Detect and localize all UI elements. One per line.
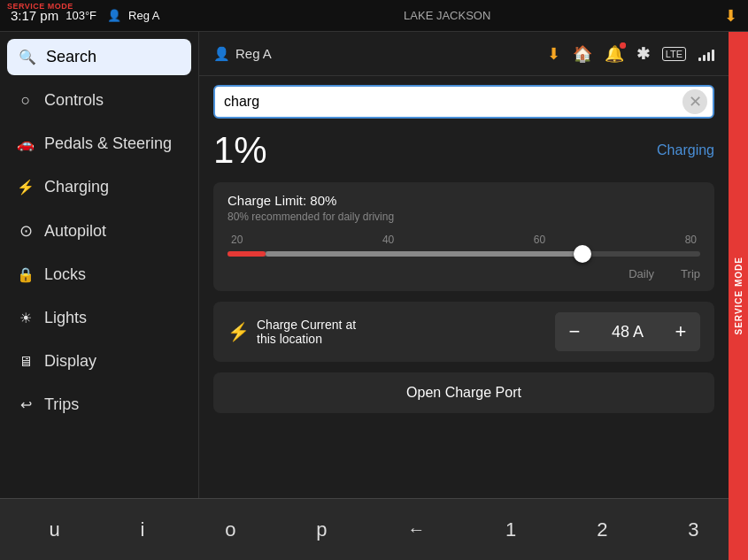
sidebar-item-autopilot[interactable]: ⊙ Autopilot	[0, 209, 198, 253]
header-icons: ⬇ 🏠 🔔 ✱ LTE	[547, 44, 714, 64]
slider-label-40: 40	[382, 234, 394, 246]
charge-limit-box: Charge Limit: 80% 80% recommended for da…	[213, 182, 714, 291]
status-bar: SERVICE MODE 3:17 pm 103°F 👤 Reg A LAKE …	[0, 0, 748, 32]
search-clear-button[interactable]: ✕	[682, 89, 707, 114]
header-bell-icon: 🔔	[605, 44, 624, 64]
sidebar-label-display: Display	[44, 352, 96, 371]
main-layout: 🔍 Search ○ Controls 🚗 Pedals & Steering …	[0, 32, 748, 498]
key-3[interactable]: 3	[677, 511, 709, 548]
charge-current-label: ⚡ Charge Current atthis location	[227, 318, 356, 346]
search-input-wrapper[interactable]: ✕	[213, 85, 714, 119]
right-panel: 👤 Reg A ⬇ 🏠 🔔 ✱ LTE ✕	[199, 32, 748, 498]
slider-fill-red	[227, 251, 266, 257]
charge-current-box: ⚡ Charge Current atthis location − 48 A …	[213, 302, 714, 362]
slider-label-80: 80	[685, 234, 697, 246]
service-mode-label: SERVICE MODE	[7, 2, 73, 11]
sidebar-item-trips[interactable]: ↩ Trips	[0, 383, 198, 426]
charge-limit-title: Charge Limit: 80%	[227, 193, 700, 208]
charge-increase-button[interactable]: +	[661, 312, 700, 351]
panel-user-name: Reg A	[235, 46, 272, 61]
preset-daily[interactable]: Daily	[628, 267, 654, 280]
preset-trip[interactable]: Trip	[681, 267, 700, 280]
charge-current-value: 48 A	[594, 323, 661, 341]
keyboard-row: u i o p ← 1 2 3	[0, 498, 748, 560]
sidebar-item-controls[interactable]: ○ Controls	[0, 79, 198, 122]
lte-badge: LTE	[662, 47, 686, 61]
key-2[interactable]: 2	[586, 511, 618, 548]
charging-icon: ⚡	[16, 179, 35, 196]
sidebar-label-locks: Locks	[44, 265, 86, 284]
sidebar-label-lights: Lights	[44, 309, 87, 327]
header-bluetooth-icon: ✱	[636, 44, 650, 64]
sidebar: 🔍 Search ○ Controls 🚗 Pedals & Steering …	[0, 32, 199, 498]
sidebar-item-search[interactable]: 🔍 Search	[7, 39, 191, 75]
temperature-display: 103°F	[66, 9, 96, 22]
sidebar-item-display[interactable]: 🖥 Display	[0, 340, 198, 383]
charge-header: 1% Charging	[213, 129, 714, 172]
charge-current-text: Charge Current atthis location	[257, 318, 356, 346]
slider-labels: 20 40 60 80	[227, 234, 700, 246]
location-display: LAKE JACKSON	[170, 9, 724, 22]
panel-user-icon: 👤	[213, 46, 230, 62]
search-icon: 🔍	[18, 49, 37, 65]
sidebar-label-trips: Trips	[44, 395, 79, 414]
user-display: Reg A	[128, 9, 159, 22]
sidebar-label-search: Search	[46, 48, 96, 66]
lights-icon: ☀	[16, 310, 35, 326]
key-1[interactable]: 1	[495, 511, 527, 548]
open-charge-port-button[interactable]: Open Charge Port	[213, 372, 714, 413]
service-mode-side-text: SERVICE MODE	[734, 257, 744, 335]
sidebar-label-controls: Controls	[44, 91, 104, 110]
sidebar-label-autopilot: Autopilot	[44, 222, 106, 241]
signal-bars	[698, 47, 714, 61]
key-u[interactable]: u	[38, 511, 70, 548]
status-download-icon: ⬇	[724, 6, 737, 26]
header-download-icon: ⬇	[547, 44, 560, 64]
panel-user-info: 👤 Reg A	[213, 46, 272, 62]
pedals-icon: 🚗	[16, 135, 35, 152]
slider-presets: Daily Trip	[227, 267, 700, 280]
sidebar-item-lights[interactable]: ☀ Lights	[0, 296, 198, 340]
sidebar-item-pedals[interactable]: 🚗 Pedals & Steering	[0, 122, 198, 165]
search-area: ✕	[199, 76, 729, 126]
sidebar-label-pedals: Pedals & Steering	[44, 134, 172, 153]
charge-current-control: − 48 A +	[555, 312, 700, 351]
slider-label-20: 20	[231, 234, 243, 246]
charge-percent: 1%	[213, 129, 267, 172]
charge-limit-subtitle: 80% recommended for daily driving	[227, 211, 700, 223]
key-p[interactable]: p	[305, 511, 337, 548]
trips-icon: ↩	[16, 396, 35, 413]
charge-decrease-button[interactable]: −	[555, 312, 594, 351]
slider-label-60: 60	[534, 234, 545, 246]
key-o[interactable]: o	[214, 511, 246, 548]
service-mode-side-bar: SERVICE MODE	[729, 32, 748, 560]
sidebar-item-charging[interactable]: ⚡ Charging	[0, 165, 198, 209]
autopilot-icon: ⊙	[16, 221, 35, 241]
sidebar-label-charging: Charging	[44, 178, 109, 196]
plug-icon: ⚡	[227, 321, 250, 342]
charge-slider[interactable]	[227, 251, 700, 257]
key-i[interactable]: i	[129, 511, 155, 548]
header-home-icon: 🏠	[573, 44, 592, 64]
search-input[interactable]	[215, 87, 682, 117]
slider-thumb[interactable]	[574, 245, 591, 263]
charging-status: Charging	[657, 142, 714, 158]
panel-header: 👤 Reg A ⬇ 🏠 🔔 ✱ LTE	[199, 32, 729, 76]
controls-icon: ○	[16, 91, 35, 110]
slider-fill-active	[266, 251, 582, 257]
display-icon: 🖥	[16, 354, 35, 370]
locks-icon: 🔒	[16, 266, 35, 283]
charging-content: 1% Charging Charge Limit: 80% 80% recomm…	[199, 126, 729, 498]
sidebar-item-locks[interactable]: 🔒 Locks	[0, 253, 198, 296]
key-backspace[interactable]: ←	[397, 512, 436, 547]
